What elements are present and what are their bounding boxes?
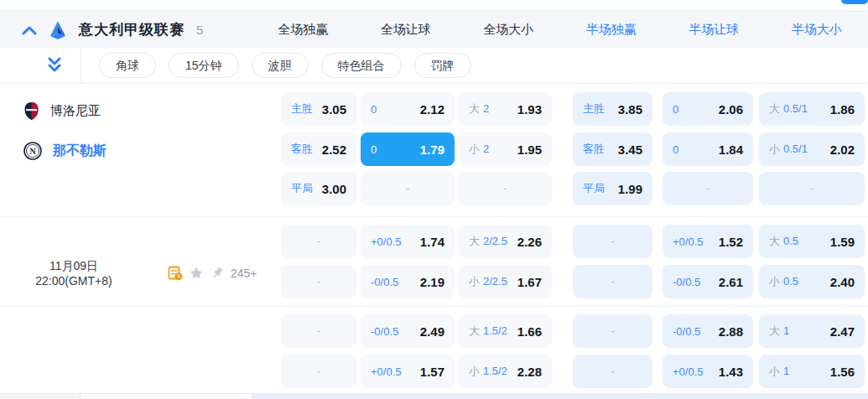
odds-cell[interactable]: 大12.47 bbox=[759, 314, 865, 348]
collapse-chevron-up-icon[interactable] bbox=[22, 25, 37, 35]
pill-cards[interactable]: 罚牌 bbox=[414, 53, 471, 78]
odds-cell[interactable]: -0/0.52.19 bbox=[361, 265, 455, 298]
double-chevron-down-icon[interactable] bbox=[46, 56, 63, 75]
match-datetime: 11月09日 22:00(GMT+8) bbox=[7, 258, 141, 288]
tab-ht-1x2[interactable]: 半场独赢 bbox=[560, 22, 663, 38]
row-separator bbox=[0, 306, 868, 307]
serie-a-logo-icon bbox=[49, 20, 67, 40]
odds-cell[interactable]: -0/0.52.61 bbox=[663, 265, 753, 298]
odds-cell-empty: - bbox=[573, 265, 652, 298]
odds-cell[interactable]: 客胜3.45 bbox=[573, 132, 652, 166]
pill-special-combos[interactable]: 特色组合 bbox=[321, 53, 402, 78]
odds-value: 1.52 bbox=[719, 235, 743, 249]
market-tabs: 全场独赢 全场让球 全场大小 半场独赢 半场让球 半场大小 bbox=[252, 22, 868, 38]
odds-cell[interactable]: +0/0.51.52 bbox=[663, 225, 753, 258]
odds-cell[interactable]: 小2/2.51.67 bbox=[459, 265, 552, 298]
tab-ft-1x2[interactable]: 全场独赢 bbox=[252, 22, 355, 38]
odds-cell[interactable]: 小21.95 bbox=[459, 132, 552, 166]
away-team-name[interactable]: 那不勒斯 bbox=[53, 142, 107, 160]
league-header-left: 意大利甲级联赛 5 bbox=[0, 20, 252, 40]
ou-side-label: 大 bbox=[769, 234, 780, 249]
odds-label: 大0.5 bbox=[769, 234, 798, 249]
line-label: 1.5/2 bbox=[483, 324, 507, 337]
odds-cell[interactable]: 客胜2.52 bbox=[281, 132, 356, 166]
odds-cell[interactable]: 大0.5/11.86 bbox=[759, 92, 865, 126]
odds-cell[interactable]: 小11.56 bbox=[759, 355, 865, 388]
line-label: 2 bbox=[483, 102, 489, 115]
pill-15min[interactable]: 15分钟 bbox=[169, 53, 239, 78]
odds-value: 3.45 bbox=[618, 142, 642, 157]
odds-cell[interactable]: 02.06 bbox=[663, 92, 753, 126]
odds-cell-empty: - bbox=[573, 225, 652, 258]
home-team-row[interactable]: 博洛尼亚 bbox=[23, 101, 101, 121]
odds-cell[interactable]: -0/0.52.49 bbox=[361, 314, 455, 348]
odds-cell[interactable]: 大1.5/21.66 bbox=[459, 314, 552, 348]
odds-label: 小2 bbox=[469, 142, 489, 157]
line-label: 平局 bbox=[291, 181, 313, 196]
line-label: 主胜 bbox=[583, 101, 605, 117]
odds-label: 小1 bbox=[769, 364, 789, 379]
favorite-star-icon[interactable] bbox=[189, 266, 204, 281]
more-markets-link[interactable]: 245+ bbox=[231, 267, 257, 280]
pill-corners[interactable]: 角球 bbox=[99, 53, 156, 78]
odds-cell[interactable]: 平局1.99 bbox=[573, 172, 652, 205]
odds-cell-empty: - bbox=[361, 172, 455, 205]
odds-cell[interactable]: +0/0.51.43 bbox=[663, 355, 753, 388]
odds-cell[interactable]: 小0.5/12.02 bbox=[759, 132, 865, 166]
odds-cell[interactable]: 主胜3.05 bbox=[281, 92, 356, 126]
line-label: 0.5/1 bbox=[783, 102, 808, 115]
odds-cell[interactable]: 主胜3.85 bbox=[573, 92, 652, 126]
home-team-name[interactable]: 博洛尼亚 bbox=[50, 103, 101, 119]
odds-label: -0/0.5 bbox=[673, 325, 700, 338]
odds-label: 客胜 bbox=[583, 142, 605, 157]
odds-label: 主胜 bbox=[291, 101, 313, 117]
odds-cell-empty: - bbox=[573, 355, 652, 388]
odds-cell[interactable]: 小1.5/22.28 bbox=[459, 355, 552, 388]
odds-value: 2.49 bbox=[420, 324, 444, 339]
pin-icon[interactable] bbox=[210, 266, 225, 281]
odds-label: 大1.5/2 bbox=[469, 324, 507, 339]
tab-ft-handicap[interactable]: 全场让球 bbox=[355, 22, 458, 38]
tab-ht-over-under[interactable]: 半场大小 bbox=[766, 22, 868, 38]
odds-value: 2.26 bbox=[517, 235, 542, 249]
odds-value: 2.02 bbox=[830, 142, 855, 157]
odds-cell[interactable]: 大2/2.52.26 bbox=[459, 225, 552, 258]
odds-cell[interactable]: 平局3.00 bbox=[281, 172, 356, 205]
stats-sheet-icon[interactable] bbox=[168, 266, 183, 281]
line-label: -0/0.5 bbox=[371, 276, 398, 288]
odds-cell[interactable]: 02.12 bbox=[361, 92, 455, 126]
odds-value: 1.57 bbox=[420, 365, 444, 379]
odds-cell[interactable]: 01.79 bbox=[361, 132, 455, 166]
away-team-logo-icon: N bbox=[23, 142, 42, 160]
odds-cell[interactable]: 大0.51.59 bbox=[759, 225, 865, 258]
line-label: 客胜 bbox=[583, 142, 605, 157]
away-team-row[interactable]: N 那不勒斯 bbox=[23, 141, 107, 161]
filter-row: 角球 15分钟 波胆 特色组合 罚牌 bbox=[0, 48, 868, 84]
tab-ht-handicap[interactable]: 半场让球 bbox=[663, 22, 766, 38]
match-date: 11月09日 bbox=[7, 258, 141, 273]
ou-side-label: 大 bbox=[469, 101, 480, 117]
ou-side-label: 大 bbox=[769, 324, 780, 339]
odds-value: 3.85 bbox=[618, 102, 642, 117]
odds-label: -0/0.5 bbox=[371, 276, 398, 288]
ou-side-label: 小 bbox=[769, 364, 780, 379]
odds-cell[interactable]: +0/0.51.57 bbox=[361, 355, 455, 388]
odds-value: 2.28 bbox=[517, 365, 542, 379]
pill-correct-score[interactable]: 波胆 bbox=[252, 53, 309, 78]
line-label: +0/0.5 bbox=[673, 236, 704, 248]
odds-cell[interactable]: -0/0.52.88 bbox=[663, 314, 753, 348]
ou-side-label: 小 bbox=[469, 142, 480, 157]
odds-value: 1.93 bbox=[517, 102, 542, 117]
odds-cell[interactable]: +0/0.51.74 bbox=[361, 225, 455, 258]
ou-side-label: 大 bbox=[469, 324, 480, 339]
odds-cell[interactable]: 大21.93 bbox=[459, 92, 552, 126]
odds-label: +0/0.5 bbox=[673, 236, 704, 248]
odds-cell[interactable]: 01.84 bbox=[663, 132, 753, 166]
line-label: 0.5 bbox=[783, 235, 798, 247]
tab-ft-over-under[interactable]: 全场大小 bbox=[457, 22, 560, 38]
odds-cell[interactable]: 小0.52.40 bbox=[759, 265, 865, 298]
odds-cell-empty: - bbox=[281, 225, 356, 258]
next-section-edge bbox=[0, 393, 868, 399]
odds-label: +0/0.5 bbox=[371, 365, 402, 378]
odds-value: 2.19 bbox=[420, 275, 444, 289]
